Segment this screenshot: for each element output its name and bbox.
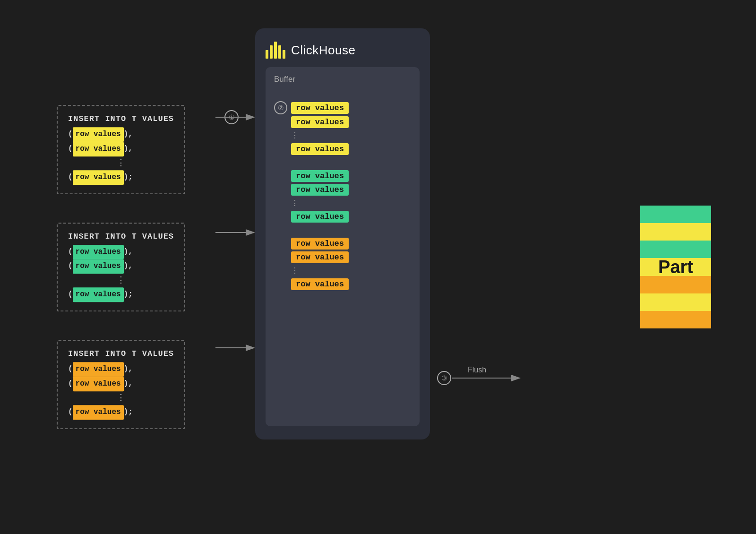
insert-row-2-2: (row values), [68, 259, 174, 274]
buf-val-g2: row values [291, 184, 349, 196]
buffer-row-y1: ② row values [274, 101, 411, 114]
buf-val-y2: row values [291, 116, 349, 128]
insert-header-1: INSERT INTO T VALUES [68, 114, 174, 123]
insert-row-1-1: (row values), [68, 127, 174, 142]
svg-text:①: ① [229, 113, 235, 121]
buf-val-o3: row values [291, 278, 349, 290]
dots-2: ⋮ [68, 275, 174, 286]
insert-header-2: INSERT INTO T VALUES [68, 232, 174, 241]
dots-3: ⋮ [68, 392, 174, 404]
buffer-group-orange: row values row values ⋮ row values [274, 238, 411, 290]
flush-circle [438, 371, 451, 385]
arrow-circle-1 [225, 111, 238, 124]
buffer-row-g2: row values [274, 184, 411, 196]
insert-header-3: INSERT INTO T VALUES [68, 349, 174, 358]
row-val-2-1: row values [73, 245, 124, 259]
row-val-3-3: row values [73, 405, 124, 420]
dots-1: ⋮ [68, 157, 174, 169]
logo-bar-1 [266, 50, 268, 59]
part-stripe-2 [640, 223, 711, 241]
insert-row-2-3: (row values); [68, 287, 174, 302]
clickhouse-header: ClickHouse [266, 42, 420, 59]
buffer-row-o3: row values [274, 278, 411, 290]
part-box: Part [640, 206, 711, 328]
buffer-row-y3: row values [274, 143, 411, 155]
row-val-2-2: row values [73, 259, 124, 274]
row-val-1-3: row values [73, 170, 124, 185]
insert-row-1-2: (row values), [68, 142, 174, 156]
insert-box-1: INSERT INTO T VALUES (row values), (row … [57, 105, 185, 194]
buffer-row-g3: row values [274, 211, 411, 223]
left-section: INSERT INTO T VALUES (row values), (row … [57, 105, 185, 429]
clickhouse-logo [266, 42, 285, 59]
insert-row-3-2: (row values), [68, 377, 174, 391]
buffer-row-g1: row values [274, 170, 411, 182]
buf-dots-g: ⋮ [291, 198, 411, 208]
part-stripe-1 [640, 206, 711, 223]
clickhouse-title: ClickHouse [291, 43, 356, 58]
insert-box-3: INSERT INTO T VALUES (row values), (row … [57, 340, 185, 429]
buf-val-y1: row values [291, 102, 349, 114]
insert-box-2: INSERT INTO T VALUES (row values), (row … [57, 223, 185, 312]
buf-val-g1: row values [291, 170, 349, 182]
buffer-row-o1: row values [274, 238, 411, 250]
insert-row-1-3: (row values); [68, 170, 174, 185]
circle-num-2: ② [274, 101, 287, 114]
buffer-row-o2: row values [274, 251, 411, 263]
row-val-2-3: row values [73, 287, 124, 302]
logo-bar-5 [283, 50, 285, 59]
buffer-box: Buffer ② row values row values ⋮ row val… [266, 67, 420, 426]
insert-row-2-1: (row values), [68, 245, 174, 259]
insert-row-3-3: (row values); [68, 405, 174, 420]
row-val-1-1: row values [73, 127, 124, 142]
flush-label: Flush [468, 366, 486, 374]
part-label: Part [640, 257, 711, 277]
row-val-3-2: row values [73, 377, 124, 391]
buf-dots-o: ⋮ [291, 266, 411, 276]
insert-row-3-1: (row values), [68, 362, 174, 377]
part-stripe-3 [640, 241, 711, 258]
buf-val-y3: row values [291, 143, 349, 155]
row-val-3-1: row values [73, 362, 124, 377]
buffer-group-green: row values row values ⋮ row values [274, 170, 411, 223]
main-container: INSERT INTO T VALUES (row values), (row … [0, 0, 756, 534]
logo-bar-3 [274, 42, 277, 59]
buf-dots-y: ⋮ [291, 131, 411, 140]
buf-val-o1: row values [291, 238, 349, 250]
part-stripe-5 [640, 276, 711, 293]
clickhouse-panel: ClickHouse Buffer ② row values row value… [255, 28, 430, 439]
part-stripe-7 [640, 311, 711, 328]
row-val-1-2: row values [73, 142, 124, 156]
buffer-label: Buffer [274, 75, 411, 84]
buffer-group-yellow: ② row values row values ⋮ row values [274, 101, 411, 155]
svg-text:③: ③ [441, 374, 447, 382]
buffer-row-y2: row values [274, 116, 411, 128]
buf-val-g3: row values [291, 211, 349, 223]
logo-bar-2 [270, 45, 273, 59]
part-stripe-6 [640, 293, 711, 311]
logo-bar-4 [278, 45, 281, 59]
buf-val-o2: row values [291, 251, 349, 263]
